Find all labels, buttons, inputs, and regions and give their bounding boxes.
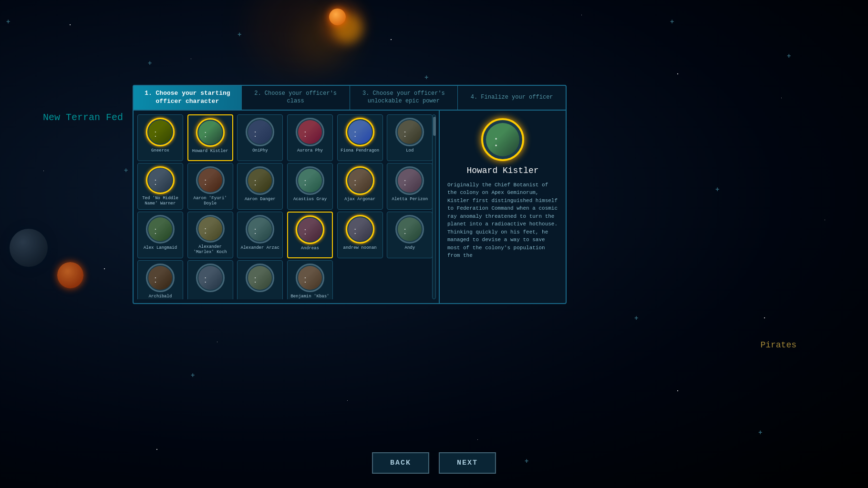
character-face-lod (398, 120, 422, 144)
character-avatar-andrew (346, 215, 374, 244)
character-cell-howard[interactable]: Howard Kistler (187, 114, 233, 161)
character-cell-ajax[interactable]: Ajax Argonar (337, 163, 383, 210)
character-avatar-gneerox (146, 118, 175, 146)
character-face-ted (148, 168, 172, 192)
modal-content: GneeroxHoward KistlerOniPhyAurora PhyFio… (134, 111, 566, 303)
character-name-lod: Lod (406, 148, 413, 153)
character-face-acastius (298, 169, 322, 193)
character-name-acastius: Acastius Gray (293, 197, 327, 202)
character-face-aaron-f (198, 168, 222, 192)
character-face-gneerox (148, 120, 172, 144)
character-cell-alexander-m[interactable]: Alexander 'Marlex' Koch (187, 212, 233, 258)
character-name-archibald: Archibald (149, 294, 172, 299)
character-cell-alex-l[interactable]: Alex Langmaid (137, 212, 183, 258)
character-avatar-acastius (296, 166, 324, 195)
character-grid: GneeroxHoward KistlerOniPhyAurora PhyFio… (137, 114, 435, 299)
character-face-aurora (298, 120, 322, 144)
character-name-fiona: Fiona Pendragon (341, 148, 379, 153)
character-face-benjamin (298, 266, 322, 290)
character-face-aaron-d (248, 169, 272, 193)
character-name-gneerox: Gneerox (151, 148, 169, 153)
character-name-ted: Ted 'No Middle Name' Warner (140, 196, 181, 206)
character-cell-aaron-f[interactable]: Aaron 'Fyuri' Doyle (187, 163, 233, 210)
character-name-howard: Howard Kistler (192, 149, 228, 154)
character-grid-wrapper: GneeroxHoward KistlerOniPhyAurora PhyFio… (137, 114, 435, 299)
character-face-howard (198, 121, 222, 144)
scrollbar-track[interactable] (432, 114, 436, 299)
character-avatar-archibald (146, 264, 175, 292)
character-name-andreas: Andreas (301, 246, 319, 251)
character-avatar-aaron-f (196, 166, 225, 194)
wizard-tabs: 1. Choose your starting officer characte… (134, 86, 566, 111)
character-face-andrew (348, 217, 372, 241)
character-avatar-benjamin (296, 264, 324, 292)
character-avatar-oniphy (246, 118, 274, 146)
character-face-alex-l (148, 217, 172, 241)
character-select-modal: 1. Choose your starting officer characte… (133, 85, 567, 304)
selected-character-avatar (481, 118, 524, 161)
character-avatar-aurora (296, 118, 324, 146)
character-cell-aletta[interactable]: Aletta Perizon (387, 163, 433, 210)
character-name-oniphy: OniPhy (252, 148, 268, 153)
character-avatar-andreas (296, 215, 324, 244)
character-name-aletta: Aletta Perizon (392, 197, 428, 202)
character-face-andreas (298, 218, 322, 242)
character-cell-aurora[interactable]: Aurora Phy (287, 114, 333, 161)
character-avatar-unknown1 (196, 264, 225, 292)
character-detail-panel: Howard Kistler Originally the Chief Bota… (439, 111, 566, 303)
character-face-aletta (398, 169, 422, 193)
character-name-alexander-m: Alexander 'Marlex' Koch (190, 244, 231, 255)
character-cell-benjamin[interactable]: Benjamin 'Kbas' (287, 260, 333, 299)
character-cell-acastius[interactable]: Acastius Gray (287, 163, 333, 210)
character-name-benjamin: Benjamin 'Kbas' (290, 294, 329, 299)
character-name-aaron-f: Aaron 'Fyuri' Doyle (190, 196, 231, 206)
character-avatar-ted (146, 166, 175, 194)
character-cell-ted[interactable]: Ted 'No Middle Name' Warner (137, 163, 183, 210)
character-face-andy (398, 217, 422, 241)
character-name-alex-l: Alex Langmaid (144, 245, 177, 251)
character-cell-andrew[interactable]: andrew noonan (337, 212, 383, 258)
character-name-alexander-a: Alexander Arzac (241, 245, 279, 251)
character-avatar-alexander-m (196, 215, 225, 243)
character-avatar-alex-l (146, 215, 175, 244)
character-cell-unknown1[interactable] (187, 260, 233, 299)
character-avatar-aaron-d (246, 166, 274, 195)
character-cell-oniphy[interactable]: OniPhy (237, 114, 283, 161)
tab-4[interactable]: 4. Finalize your officer (458, 86, 566, 110)
character-avatar-fiona (346, 118, 374, 146)
character-avatar-alexander-a (246, 215, 274, 244)
character-face-oniphy (248, 120, 272, 144)
character-cell-archibald[interactable]: Archibald (137, 260, 183, 299)
character-face-archibald (148, 266, 172, 290)
character-name-aaron-d: Aaron Danger (245, 197, 276, 202)
character-cell-lod[interactable]: Lod (387, 114, 433, 161)
next-button[interactable]: NEXT (439, 452, 496, 474)
character-face-alexander-a (248, 217, 272, 241)
character-cell-andreas[interactable]: Andreas (287, 212, 333, 258)
character-face-alexander-m (198, 217, 222, 241)
selected-character-name: Howard Kistler (466, 166, 538, 175)
faction-label: New Terran Fed (43, 112, 123, 123)
character-cell-andy[interactable]: Andy (387, 212, 433, 258)
character-avatar-howard (196, 118, 225, 147)
character-cell-gneerox[interactable]: Gneerox (137, 114, 183, 161)
character-face-unknown1 (198, 266, 222, 290)
scrollbar-thumb (433, 117, 436, 136)
character-avatar-aletta (395, 166, 424, 195)
character-avatar-lod (395, 118, 424, 146)
character-grid-container: GneeroxHoward KistlerOniPhyAurora PhyFio… (134, 111, 439, 303)
navigation-buttons: BACK NEXT (372, 452, 496, 474)
selected-avatar-face (486, 123, 519, 156)
character-face-unknown2 (248, 266, 272, 290)
character-cell-unknown2[interactable] (237, 260, 283, 299)
tab-1[interactable]: 1. Choose your starting officer characte… (134, 86, 242, 110)
tab-3[interactable]: 3. Choose your officer's unlockable epic… (350, 86, 458, 110)
character-avatar-ajax (346, 166, 374, 195)
character-cell-alexander-a[interactable]: Alexander Arzac (237, 212, 283, 258)
character-cell-aaron-d[interactable]: Aaron Danger (237, 163, 283, 210)
back-button[interactable]: BACK (372, 452, 429, 474)
tab-2[interactable]: 2. Choose your officer's class (242, 86, 350, 110)
character-face-fiona (348, 120, 372, 144)
character-cell-fiona[interactable]: Fiona Pendragon (337, 114, 383, 161)
character-name-andrew: andrew noonan (343, 245, 377, 251)
